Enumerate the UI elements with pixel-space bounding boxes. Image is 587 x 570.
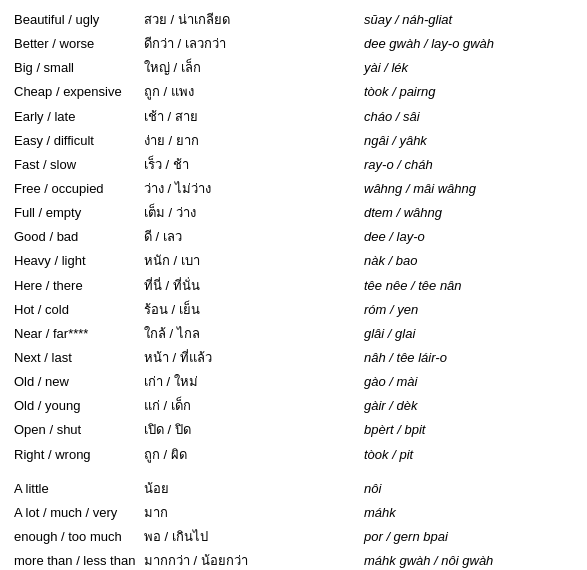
thai-cell: ดี / เลว <box>140 225 360 249</box>
table-row: Right / wrongถูก / ผิดtòok / pit <box>10 443 577 467</box>
table-row: Hot / coldร้อน / เย็นróm / yen <box>10 298 577 322</box>
thai-cell: น้อย <box>140 477 360 501</box>
thai-cell: มากกว่า / น้อยกว่า <box>140 549 360 570</box>
english-cell: Hot / cold <box>10 298 140 322</box>
table-row: Old / newเก่า / ใหม่gào / mài <box>10 370 577 394</box>
thai-cell: เปิด / ปิด <box>140 418 360 442</box>
thai-cell: หน้า / ที่แล้ว <box>140 346 360 370</box>
thai-cell: ใหญ่ / เล็ก <box>140 56 360 80</box>
thai-cell: ที่นี่ / ที่นั่น <box>140 274 360 298</box>
phonetic-cell: róm / yen <box>360 298 577 322</box>
thai-cell: ดีกว่า / เลวกว่า <box>140 32 360 56</box>
table-row: A littleน้อยnôi <box>10 477 577 501</box>
english-cell: Old / new <box>10 370 140 394</box>
spacer-row <box>10 467 577 477</box>
phonetic-cell: gàir / dèk <box>360 394 577 418</box>
english-cell: A lot / much / very <box>10 501 140 525</box>
table-row: Full / emptyเต็ม / ว่างdtem / wâhng <box>10 201 577 225</box>
english-cell: Better / worse <box>10 32 140 56</box>
phonetic-cell: nôi <box>360 477 577 501</box>
phonetic-cell: ray-o / cháh <box>360 153 577 177</box>
english-cell: Near / far**** <box>10 322 140 346</box>
thai-cell: ใกล้ / ไกล <box>140 322 360 346</box>
thai-cell: พอ / เกินไป <box>140 525 360 549</box>
thai-cell: มาก <box>140 501 360 525</box>
english-cell: Early / late <box>10 105 140 129</box>
phonetic-cell: dee gwàh / lay-o gwàh <box>360 32 577 56</box>
phonetic-cell: gào / mài <box>360 370 577 394</box>
table-row: Fast / slowเร็ว / ช้าray-o / cháh <box>10 153 577 177</box>
thai-cell: เต็ม / ว่าง <box>140 201 360 225</box>
table-row: A lot / much / veryมากmáhk <box>10 501 577 525</box>
english-cell: Right / wrong <box>10 443 140 467</box>
phonetic-cell: nâh / têe láir-o <box>360 346 577 370</box>
phonetic-cell: cháo / sâi <box>360 105 577 129</box>
english-cell: Beautiful / ugly <box>10 8 140 32</box>
phonetic-cell: tòok / pairng <box>360 80 577 104</box>
vocab-table: Beautiful / uglyสวย / น่าเกลียดsŭay / ná… <box>10 8 577 570</box>
english-cell: Big / small <box>10 56 140 80</box>
table-row: Near / far****ใกล้ / ไกลglâi / glai <box>10 322 577 346</box>
thai-cell: หนัก / เบา <box>140 249 360 273</box>
table-row: Next / lastหน้า / ที่แล้วnâh / têe láir-… <box>10 346 577 370</box>
phonetic-cell: ngâi / yâhk <box>360 129 577 153</box>
table-row: Heavy / lightหนัก / เบาnàk / bao <box>10 249 577 273</box>
english-cell: Next / last <box>10 346 140 370</box>
phonetic-cell: bpèrt / bpit <box>360 418 577 442</box>
phonetic-cell: dee / lay-o <box>360 225 577 249</box>
english-cell: more than / less than <box>10 549 140 570</box>
table-row: Early / lateเช้า / สายcháo / sâi <box>10 105 577 129</box>
thai-cell: ร้อน / เย็น <box>140 298 360 322</box>
thai-cell: ว่าง / ไม่ว่าง <box>140 177 360 201</box>
phonetic-cell: yài / lék <box>360 56 577 80</box>
english-cell: Here / there <box>10 274 140 298</box>
english-cell: enough / too much <box>10 525 140 549</box>
phonetic-cell: dtem / wâhng <box>360 201 577 225</box>
english-cell: Open / shut <box>10 418 140 442</box>
table-row: Good / badดี / เลวdee / lay-o <box>10 225 577 249</box>
table-row: Here / thereที่นี่ / ที่นั่นtêe nêe / tê… <box>10 274 577 298</box>
phonetic-cell: por / gern bpai <box>360 525 577 549</box>
table-row: Old / youngแก่ / เด็กgàir / dèk <box>10 394 577 418</box>
english-cell: A little <box>10 477 140 501</box>
english-cell: Old / young <box>10 394 140 418</box>
table-row: more than / less thanมากกว่า / น้อยกว่าm… <box>10 549 577 570</box>
thai-cell: เช้า / สาย <box>140 105 360 129</box>
thai-cell: ถูก / ผิด <box>140 443 360 467</box>
phonetic-cell: glâi / glai <box>360 322 577 346</box>
english-cell: Free / occupied <box>10 177 140 201</box>
english-cell: Easy / difficult <box>10 129 140 153</box>
table-row: Open / shutเปิด / ปิดbpèrt / bpit <box>10 418 577 442</box>
thai-cell: แก่ / เด็ก <box>140 394 360 418</box>
phonetic-cell: sŭay / náh-gliat <box>360 8 577 32</box>
thai-cell: ถูก / แพง <box>140 80 360 104</box>
table-row: enough / too muchพอ / เกินไปpor / gern b… <box>10 525 577 549</box>
table-row: Easy / difficultง่าย / ยากngâi / yâhk <box>10 129 577 153</box>
english-cell: Cheap / expensive <box>10 80 140 104</box>
thai-cell: ง่าย / ยาก <box>140 129 360 153</box>
table-row: Better / worseดีกว่า / เลวกว่าdee gwàh /… <box>10 32 577 56</box>
phonetic-cell: máhk <box>360 501 577 525</box>
thai-cell: สวย / น่าเกลียด <box>140 8 360 32</box>
table-row: Big / smallใหญ่ / เล็กyài / lék <box>10 56 577 80</box>
table-row: Beautiful / uglyสวย / น่าเกลียดsŭay / ná… <box>10 8 577 32</box>
table-row: Cheap / expensiveถูก / แพงtòok / pairng <box>10 80 577 104</box>
phonetic-cell: wâhng / mâi wâhng <box>360 177 577 201</box>
phonetic-cell: nàk / bao <box>360 249 577 273</box>
english-cell: Full / empty <box>10 201 140 225</box>
english-cell: Heavy / light <box>10 249 140 273</box>
english-cell: Fast / slow <box>10 153 140 177</box>
phonetic-cell: máhk gwàh / nôi gwàh <box>360 549 577 570</box>
phonetic-cell: têe nêe / têe nân <box>360 274 577 298</box>
table-row: Free / occupiedว่าง / ไม่ว่างwâhng / mâi… <box>10 177 577 201</box>
thai-cell: เก่า / ใหม่ <box>140 370 360 394</box>
phonetic-cell: tòok / pit <box>360 443 577 467</box>
english-cell: Good / bad <box>10 225 140 249</box>
thai-cell: เร็ว / ช้า <box>140 153 360 177</box>
